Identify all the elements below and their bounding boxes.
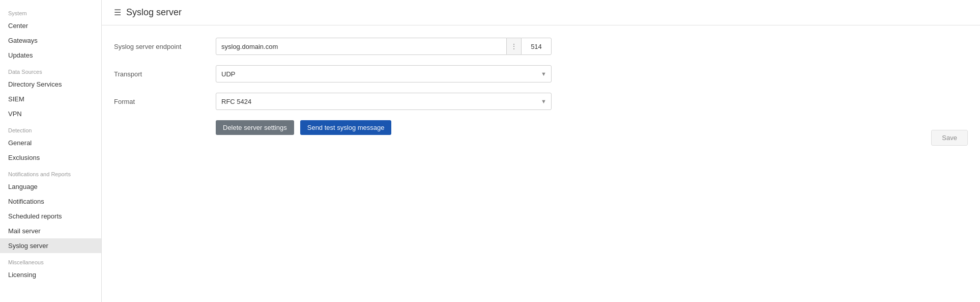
sidebar-item-center[interactable]: Center xyxy=(0,18,101,33)
sidebar-item-directory-services[interactable]: Directory Services xyxy=(0,77,101,92)
sidebar-section-label: Detection xyxy=(0,121,101,135)
page-title: Syslog server xyxy=(126,7,182,18)
sidebar-item-vpn[interactable]: VPN xyxy=(0,106,101,121)
sidebar-item-syslog-server[interactable]: Syslog server xyxy=(0,238,101,253)
sidebar-item-licensing[interactable]: Licensing xyxy=(0,267,101,282)
form-area: Syslog server endpoint ⋮ Transport UDPTC… xyxy=(102,25,980,302)
sidebar-section-label: System xyxy=(0,4,101,18)
sidebar-item-exclusions[interactable]: Exclusions xyxy=(0,150,101,165)
sidebar-item-updates[interactable]: Updates xyxy=(0,48,101,63)
sidebar-item-gateways[interactable]: Gateways xyxy=(0,33,101,48)
endpoint-row: Syslog server endpoint ⋮ xyxy=(114,38,968,55)
transport-select-wrapper: UDPTCPTLS ▼ xyxy=(216,65,552,83)
sidebar-section-label: Notifications and Reports xyxy=(0,165,101,179)
endpoint-label: Syslog server endpoint xyxy=(114,43,216,50)
port-input[interactable] xyxy=(521,38,552,55)
port-separator: ⋮ xyxy=(507,38,521,55)
format-select[interactable]: RFC 5424RFC 3164CEF xyxy=(216,93,552,110)
endpoint-control-group: ⋮ xyxy=(216,38,552,55)
sidebar-section-label: Data Sources xyxy=(0,63,101,77)
main-content: ☰ Syslog server Syslog server endpoint ⋮… xyxy=(102,0,980,302)
sidebar: SystemCenterGatewaysUpdatesData SourcesD… xyxy=(0,0,102,302)
page-header: ☰ Syslog server xyxy=(102,0,980,25)
sidebar-section-label: Miscellaneous xyxy=(0,253,101,267)
save-button[interactable]: Save xyxy=(931,130,968,146)
actions-row: Delete server settings Send test syslog … xyxy=(114,120,968,135)
sidebar-item-scheduled-reports[interactable]: Scheduled reports xyxy=(0,209,101,224)
delete-button[interactable]: Delete server settings xyxy=(216,120,294,135)
sidebar-item-notifications[interactable]: Notifications xyxy=(0,194,101,209)
transport-row: Transport UDPTCPTLS ▼ xyxy=(114,65,968,83)
sidebar-item-general[interactable]: General xyxy=(0,135,101,150)
sidebar-item-language[interactable]: Language xyxy=(0,179,101,194)
sidebar-item-siem[interactable]: SIEM xyxy=(0,92,101,106)
page-icon: ☰ xyxy=(114,8,121,17)
sidebar-item-mail-server[interactable]: Mail server xyxy=(0,224,101,238)
transport-label: Transport xyxy=(114,70,216,78)
format-select-wrapper: RFC 5424RFC 3164CEF ▼ xyxy=(216,93,552,110)
format-label: Format xyxy=(114,98,216,105)
test-button[interactable]: Send test syslog message xyxy=(300,120,392,135)
endpoint-input[interactable] xyxy=(216,38,507,55)
format-row: Format RFC 5424RFC 3164CEF ▼ xyxy=(114,93,968,110)
transport-select[interactable]: UDPTCPTLS xyxy=(216,65,552,83)
